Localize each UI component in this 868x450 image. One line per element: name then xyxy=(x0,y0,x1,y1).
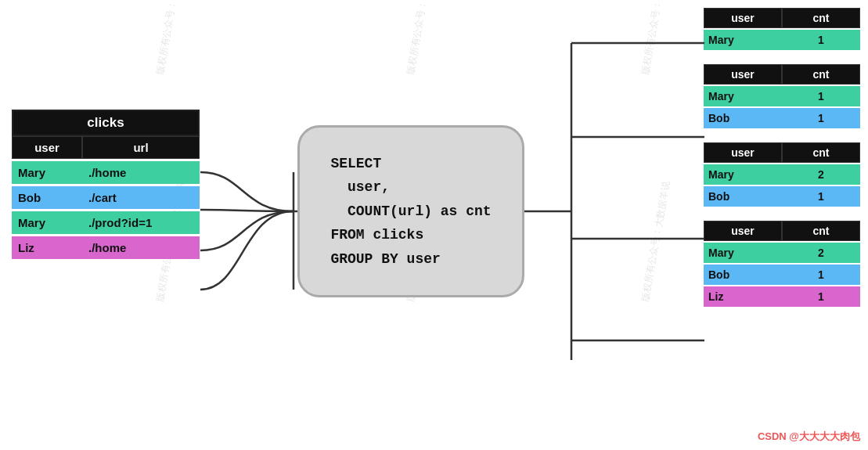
mini-table-row: Mary 1 xyxy=(704,30,860,50)
mini-cell-user: Bob xyxy=(704,108,782,128)
mini-table-row: Mary 2 xyxy=(704,164,860,185)
table-row: Liz ./home xyxy=(12,236,200,259)
mini-th-cnt: cnt xyxy=(782,142,860,163)
mini-table-row: Bob 1 xyxy=(704,108,860,128)
mini-header-row: user cnt xyxy=(704,142,860,163)
table-header-row: user url xyxy=(12,136,200,159)
mini-table-row: Bob 1 xyxy=(704,265,860,285)
cell-url-4: ./home xyxy=(82,236,200,259)
mini-cell-cnt: 1 xyxy=(782,30,860,50)
mini-cell-cnt: 1 xyxy=(782,286,860,307)
main-container: 版权所有公众号：大数据羊说 版权所有公众号：大数据羊说 版权所有公众号：大数据羊… xyxy=(0,0,868,450)
cell-user-4: Liz xyxy=(12,236,82,259)
watermark-3: 版权所有公众号：大数据羊说 xyxy=(639,0,673,76)
mini-header-row: user cnt xyxy=(704,221,860,241)
mini-table-row: Mary 2 xyxy=(704,243,860,263)
mini-cell-user: Mary xyxy=(704,164,782,185)
mini-cell-cnt: 1 xyxy=(782,186,860,207)
mini-table-row: Mary 1 xyxy=(704,86,860,106)
cell-url-3: ./prod?id=1 xyxy=(82,211,200,234)
mini-cell-user: Mary xyxy=(704,243,782,263)
mini-cell-user: Mary xyxy=(704,30,782,50)
mini-table-row: Bob 1 xyxy=(704,186,860,207)
cell-url-2: ./cart xyxy=(82,186,200,209)
cell-url-1: ./home xyxy=(82,161,200,184)
table-row: Mary ./prod?id=1 xyxy=(12,211,200,234)
table-row: Mary ./home xyxy=(12,161,200,184)
result-table-2: user cnt Mary 1 Bob 1 xyxy=(704,64,860,128)
left-table: clicks user url Mary ./home Bob ./cart M… xyxy=(12,110,200,259)
mini-cell-cnt: 1 xyxy=(782,108,860,128)
sql-box: SELECT user, COUNT(url) as cnt FROM clic… xyxy=(297,125,524,297)
csdn-badge: CSDN @大大大大肉包 xyxy=(758,430,860,444)
watermark-6: 版权所有公众号：大数据羊说 xyxy=(639,180,673,303)
mini-cell-user: Bob xyxy=(704,186,782,207)
result-table-1: user cnt Mary 1 xyxy=(704,8,860,50)
cell-user-2: Bob xyxy=(12,186,82,209)
mini-cell-cnt: 2 xyxy=(782,243,860,263)
mini-cell-user: Mary xyxy=(704,86,782,106)
mini-table-row: Liz 1 xyxy=(704,286,860,307)
table-row: Bob ./cart xyxy=(12,186,200,209)
mini-th-user: user xyxy=(704,64,782,85)
mini-th-user: user xyxy=(704,221,782,241)
mini-cell-cnt: 1 xyxy=(782,265,860,285)
mini-cell-user: Bob xyxy=(704,265,782,285)
result-table-4: user cnt Mary 2 Bob 1 Liz 1 xyxy=(704,221,860,307)
mini-cell-cnt: 2 xyxy=(782,164,860,185)
mini-cell-user: Liz xyxy=(704,286,782,307)
cell-user-3: Mary xyxy=(12,211,82,234)
mini-header-row: user cnt xyxy=(704,64,860,85)
table-title: clicks xyxy=(12,110,200,136)
mini-th-cnt: cnt xyxy=(782,64,860,85)
mini-header-row: user cnt xyxy=(704,8,860,28)
mini-th-user: user xyxy=(704,142,782,163)
col-header-url: url xyxy=(82,136,200,159)
watermark-2: 版权所有公众号：大数据羊说 xyxy=(404,0,438,76)
mini-cell-cnt: 1 xyxy=(782,86,860,106)
sql-text: SELECT user, COUNT(url) as cnt FROM clic… xyxy=(330,152,491,272)
cell-user-1: Mary xyxy=(12,161,82,184)
mini-th-user: user xyxy=(704,8,782,28)
right-tables: user cnt Mary 1 user cnt Mary 1 Bob 1 xyxy=(704,8,860,307)
watermark-1: 版权所有公众号：大数据羊说 xyxy=(153,0,188,76)
result-table-3: user cnt Mary 2 Bob 1 xyxy=(704,142,860,207)
mini-th-cnt: cnt xyxy=(782,221,860,241)
mini-th-cnt: cnt xyxy=(782,8,860,28)
col-header-user: user xyxy=(12,136,82,159)
